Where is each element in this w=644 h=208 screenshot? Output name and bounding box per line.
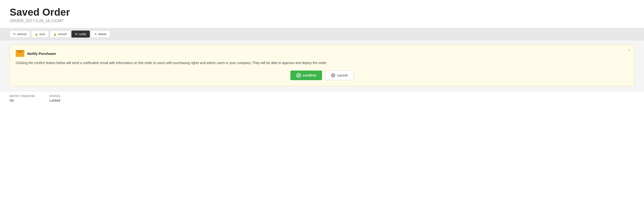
lock-button[interactable]: lock bbox=[31, 31, 48, 38]
notify-header: Notify Purchaser bbox=[16, 50, 628, 57]
notify-panel-close-button[interactable]: × bbox=[628, 48, 630, 52]
content-area: × Notify Purchaser Clicking the confirm … bbox=[0, 40, 644, 91]
notify-label: notify bbox=[79, 32, 86, 36]
footer-cell-status: STATUS Locked bbox=[49, 95, 60, 102]
confirm-label: confirm bbox=[303, 73, 316, 77]
notify-panel-title: Notify Purchaser bbox=[27, 52, 56, 56]
notify-panel: × Notify Purchaser Clicking the confirm … bbox=[10, 45, 634, 86]
unlock-icon bbox=[53, 32, 57, 36]
footer-value-status: Locked bbox=[49, 99, 60, 102]
cancel-label: cancel bbox=[337, 73, 348, 77]
page-header: Saved Order ORDER_2017-5-26_16:11GMT bbox=[0, 0, 644, 28]
notify-actions: ✓ confirm ✕ cancel bbox=[16, 71, 628, 80]
page-subtitle: ORDER_2017-5-26_16:11GMT bbox=[10, 19, 634, 23]
footer-value-notify-creator: No bbox=[10, 99, 35, 102]
confirm-check-icon: ✓ bbox=[296, 73, 301, 78]
confirm-button[interactable]: ✓ confirm bbox=[290, 71, 322, 80]
cancel-x-icon: ✕ bbox=[331, 73, 335, 78]
footer-label-notify-creator: NOTIFY CREATOR bbox=[10, 95, 35, 98]
unlock-button[interactable]: unlock bbox=[50, 31, 71, 38]
envelope-icon bbox=[16, 50, 24, 57]
delete-button[interactable]: delete bbox=[91, 31, 110, 38]
refresh-icon bbox=[13, 32, 16, 36]
unlock-label: unlock bbox=[58, 32, 67, 36]
footer-cell-notify-creator: NOTIFY CREATOR No bbox=[10, 95, 35, 102]
lock-label: lock bbox=[39, 32, 45, 36]
notify-button[interactable]: notify bbox=[72, 31, 90, 38]
refresh-label: refresh bbox=[17, 32, 26, 36]
refresh-button[interactable]: refresh bbox=[10, 31, 30, 38]
lock-icon bbox=[35, 32, 38, 36]
footer-label-status: STATUS bbox=[49, 95, 60, 98]
page-wrapper: Saved Order ORDER_2017-5-26_16:11GMT ref… bbox=[0, 0, 644, 208]
page-title: Saved Order bbox=[10, 7, 634, 18]
footer-row: NOTIFY CREATOR No STATUS Locked bbox=[0, 91, 644, 106]
delete-icon bbox=[94, 32, 97, 36]
toolbar: refresh lock unlock notify delete bbox=[0, 28, 644, 40]
cancel-button[interactable]: ✕ cancel bbox=[325, 71, 354, 80]
delete-label: delete bbox=[98, 32, 106, 36]
notify-description: Clicking the confirm button below will s… bbox=[16, 60, 628, 66]
notify-icon bbox=[75, 32, 78, 36]
